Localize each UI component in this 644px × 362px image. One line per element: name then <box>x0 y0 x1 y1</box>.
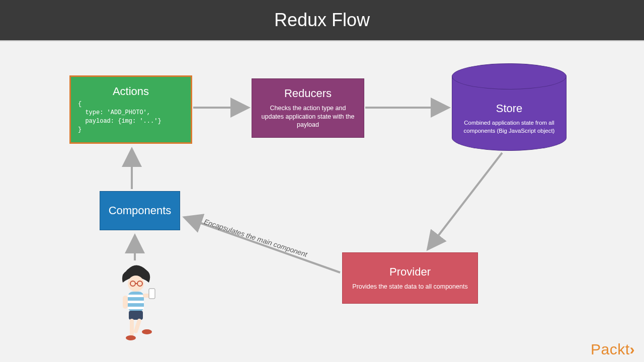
node-reducers: Reducers Checks the action type and upda… <box>252 78 364 138</box>
brand-logo: Packt› <box>591 341 635 358</box>
brand-angle-icon: › <box>630 341 635 357</box>
node-provider-desc: Provides the state data to all component… <box>352 283 467 291</box>
node-reducers-desc: Checks the action type and updates appli… <box>259 104 357 130</box>
svg-point-20 <box>126 335 136 340</box>
node-store-title: Store <box>496 102 523 115</box>
svg-line-2 <box>428 153 502 249</box>
node-actions-title: Actions <box>78 85 184 98</box>
svg-rect-11 <box>128 295 144 297</box>
node-components: Components <box>100 191 180 230</box>
edge-label-provider-components: Encapsulates the main component <box>203 217 308 258</box>
svg-rect-17 <box>129 311 143 320</box>
svg-rect-12 <box>128 301 144 303</box>
node-actions-code: { type: 'ADD_PHOTO', payload: {img: '...… <box>78 100 184 134</box>
node-reducers-title: Reducers <box>284 87 332 100</box>
store-cylinder-top <box>452 63 567 89</box>
node-actions: Actions { type: 'ADD_PHOTO', payload: {i… <box>69 75 192 144</box>
header: Redux Flow <box>0 0 644 41</box>
page-title: Redux Flow <box>274 10 370 31</box>
diagram-canvas: Actions { type: 'ADD_PHOTO', payload: {i… <box>0 41 644 362</box>
node-provider: Provider Provides the state data to all … <box>342 252 478 304</box>
svg-rect-18 <box>130 319 134 336</box>
user-illustration <box>106 262 166 348</box>
svg-point-21 <box>142 329 152 334</box>
svg-rect-19 <box>133 318 142 334</box>
node-components-title: Components <box>109 204 172 217</box>
node-store-desc: Combined application state from all comp… <box>452 119 566 135</box>
svg-rect-16 <box>123 296 128 309</box>
node-provider-title: Provider <box>389 265 431 279</box>
node-store: Store Combined application state from al… <box>452 63 567 151</box>
brand-text: Packt <box>591 341 630 357</box>
svg-rect-13 <box>128 307 144 309</box>
svg-rect-15 <box>149 289 155 299</box>
